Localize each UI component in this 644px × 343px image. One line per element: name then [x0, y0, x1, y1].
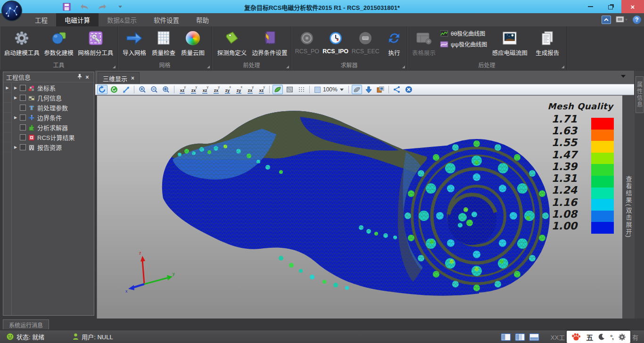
induced-current-map-button[interactable]: 感应电磁流图 [489, 28, 530, 58]
ime-moon-icon[interactable] [598, 334, 605, 340]
tab-close-icon[interactable]: × [131, 75, 134, 82]
minimize-button[interactable] [580, 0, 601, 13]
report-resources-icon [28, 144, 35, 151]
execute-button[interactable]: 执行 [383, 28, 405, 58]
solver-rcs-ipo-button[interactable]: RCS_IPO [321, 28, 350, 56]
ime-paw-icon[interactable] [571, 333, 581, 341]
pin-panel-button[interactable] [76, 74, 83, 81]
help-button[interactable]: ? [633, 16, 641, 24]
properties-collapsed-tab[interactable]: 属性信息 [636, 76, 644, 113]
table-display-button[interactable]: 表格展示 [409, 28, 438, 58]
mesh-quality-legend: Mesh Quality 1.711.63 1.551.47 1.391.31 … [547, 101, 614, 232]
tree-item-boundary-condition[interactable]: ▶ 边界条件 [12, 113, 94, 122]
pan-view-button[interactable] [121, 85, 131, 94]
expand-arrow-icon[interactable]: ▶ [13, 86, 18, 90]
coordinate-system-icon [28, 84, 35, 91]
expand-arrow-icon[interactable]: ▶ [13, 96, 18, 100]
solver-rcs-po-button[interactable]: RCS_PO [293, 28, 321, 56]
menu-tab-help[interactable]: 帮助 [188, 13, 217, 26]
view-axis-button-1[interactable]: yxz [177, 85, 187, 94]
close-panel-button[interactable]: × [83, 74, 91, 81]
zoom-level-control[interactable]: 100% [313, 86, 346, 93]
layout-split-panel-button[interactable] [515, 333, 525, 341]
ime-settings-gear-icon[interactable] [619, 334, 626, 341]
import-mesh-button[interactable]: 导入网格 [120, 28, 149, 58]
boundary-condition-button[interactable]: 边界条件设置 [250, 28, 289, 58]
ime-punctuation-button[interactable]: °, [610, 334, 613, 341]
zoom-fit-button[interactable] [161, 85, 171, 94]
group-dialog-launcher[interactable] [207, 65, 210, 68]
points-view-button[interactable] [296, 85, 306, 94]
tree-checkbox[interactable] [20, 124, 26, 131]
view-axis-button-2[interactable]: yzx [189, 85, 198, 94]
results-collapsed-tab[interactable]: 查看结果(双击展开) [622, 95, 635, 318]
view-axis-button-5[interactable]: xzy [223, 85, 232, 94]
maximize-button[interactable] [601, 0, 621, 13]
tree-checkbox[interactable] [20, 105, 26, 111]
tree-item-analysis-solver[interactable]: 分析求解器 [12, 122, 94, 132]
menu-tab-em-compute[interactable]: 电磁计算 [56, 13, 99, 26]
tree-checkbox[interactable] [20, 134, 26, 140]
theta-polar-curve-button[interactable]: θθ极化曲线图 [440, 29, 487, 37]
export-image-button[interactable] [375, 85, 386, 94]
zoom-in-button[interactable] [137, 85, 148, 94]
wireframe-view-button[interactable] [284, 85, 295, 94]
solver-rcs-eec-button[interactable]: RCS_EEC [350, 28, 381, 56]
group-dialog-launcher[interactable] [561, 65, 564, 68]
share-icon [393, 86, 400, 93]
view-axis-button-3[interactable]: yxz [200, 85, 210, 94]
close-view-button[interactable] [404, 85, 414, 94]
mesh-surface-icon [353, 86, 361, 93]
tree-item-rcs-results[interactable]: RCS计算结果 [12, 132, 94, 142]
model-canvas[interactable]: z y x [97, 96, 623, 319]
close-button[interactable]: × [621, 0, 644, 13]
tab-3d-display[interactable]: 三维显示 × [98, 72, 140, 84]
tree-item-report-resources[interactable]: ▶ 报告资源 [12, 142, 94, 152]
menu-tab-settings[interactable]: 软件设置 [145, 13, 188, 26]
zoom-out-button[interactable] [149, 85, 159, 94]
view-axis-button-6[interactable]: xzy [234, 85, 244, 94]
probe-angle-button[interactable]: 探测角定义 [214, 28, 250, 58]
view-axis-button-8[interactable]: yxz [256, 85, 266, 94]
generate-report-button[interactable]: 生成报告 [533, 28, 562, 58]
group-dialog-launcher[interactable] [113, 65, 116, 68]
viewport-3d[interactable]: z y x Mesh Quality 1.711.63 1.551.47 1.3… [97, 95, 622, 318]
refresh-view-button[interactable] [109, 85, 119, 94]
tree-checkbox[interactable] [20, 114, 26, 121]
layout-left-panel-button[interactable] [501, 333, 511, 341]
view-axis-button-7[interactable]: yzx [245, 85, 255, 94]
tree-item-geometry-info[interactable]: ▶ 几何信息 [12, 93, 94, 103]
psi-polar-curve-button[interactable]: ψψ极化曲线图 [440, 40, 487, 48]
expand-arrow-icon[interactable]: ▶ [13, 115, 18, 120]
shaded-view-button[interactable] [272, 85, 283, 94]
mesh-tool-button[interactable]: 网格剖分工具 [76, 28, 116, 58]
tab-list-dropdown[interactable] [621, 75, 626, 78]
rotate-view-button[interactable] [97, 85, 107, 94]
download-result-button[interactable] [363, 85, 374, 94]
layout-bottom-panel-button[interactable] [529, 333, 539, 341]
ime-mode-button[interactable]: 五 [586, 332, 593, 342]
gutter-arrow[interactable]: ▶ [3, 83, 11, 93]
group-dialog-launcher[interactable] [402, 65, 405, 68]
tree-checkbox[interactable] [20, 85, 26, 91]
tree-checkbox[interactable] [20, 95, 26, 101]
tree-item-preprocess-params[interactable]: T 前处理参数 [12, 103, 94, 113]
view-axis-button-4[interactable]: yzx [211, 85, 221, 94]
flat-square-icon [286, 86, 293, 93]
display-style-button[interactable] [616, 16, 628, 24]
launch-modeler-button[interactable]: 启动建模工具 [2, 28, 41, 58]
expand-arrow-icon[interactable]: ▶ [13, 145, 18, 149]
group-dialog-launcher[interactable] [286, 65, 289, 68]
collapse-ribbon-button[interactable] [602, 16, 611, 24]
quality-check-button[interactable]: 质量检查 [149, 28, 178, 58]
menubar: 工程 电磁计算 数据&显示 软件设置 帮助 ? [0, 13, 644, 26]
share-view-button[interactable] [392, 85, 402, 94]
parametric-modeling-button[interactable]: 参数化建模 [41, 28, 75, 58]
mesh-display-button[interactable] [352, 85, 362, 94]
tree-checkbox[interactable] [20, 144, 26, 150]
menu-tab-data-display[interactable]: 数据&显示 [99, 13, 145, 26]
system-message-tab[interactable]: 系统运行消息 [3, 319, 49, 329]
menu-tab-project[interactable]: 工程 [26, 13, 56, 26]
tree-item-coordinate-system[interactable]: ▶ 坐标系 [12, 83, 94, 93]
quality-contour-button[interactable]: 质量云图 [178, 28, 207, 58]
